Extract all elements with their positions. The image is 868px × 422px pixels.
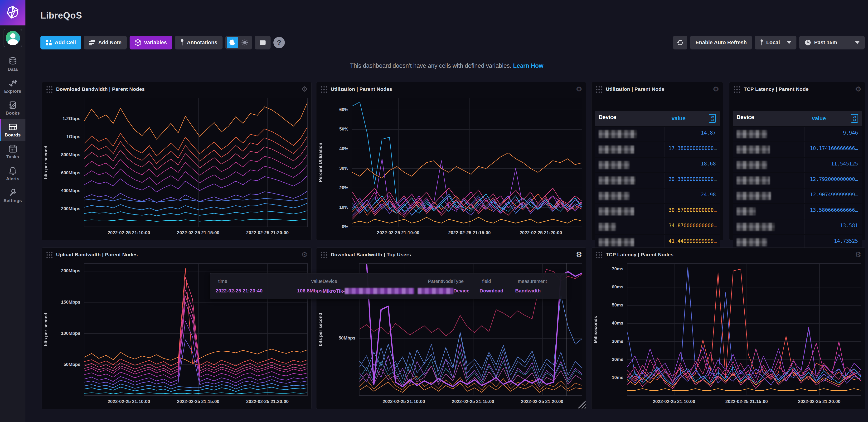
- y-tick-label: 10%: [339, 205, 348, 210]
- panel-drag-handle[interactable]: [595, 250, 602, 259]
- timezone-label: Local: [766, 39, 780, 46]
- panel-body: Device_value206314.8717.380000000000…18.…: [591, 96, 723, 240]
- panel-title: Utilization | Parent Node: [606, 86, 664, 92]
- refresh-button[interactable]: [673, 36, 687, 50]
- help-button[interactable]: ?: [273, 37, 285, 48]
- panel-drag-handle[interactable]: [733, 85, 740, 93]
- panel-download-bandwidth-parent-nodes: Download Bandwidth | Parent Nodes⚙bits p…: [41, 82, 312, 240]
- chart-plot-area[interactable]: [352, 98, 582, 227]
- redacted-device-name: [737, 146, 770, 154]
- sidebar-item-settings[interactable]: Settings: [0, 185, 25, 207]
- calendar-icon: [8, 145, 17, 153]
- chart-plot-area[interactable]: [627, 264, 861, 396]
- gear-icon[interactable]: ⚙: [855, 86, 861, 93]
- column-header-value[interactable]: _value2063: [805, 111, 862, 126]
- add-cell-button[interactable]: Add Cell: [40, 36, 81, 50]
- column-header-value-label: _value: [669, 115, 686, 122]
- variables-button[interactable]: Variables: [130, 36, 172, 50]
- table-row: 12.792000000000…: [733, 173, 862, 188]
- device-cell: [733, 173, 805, 188]
- sidebar-item-data[interactable]: Data: [0, 54, 25, 76]
- tooltip-value: MikroTik-: [322, 288, 414, 294]
- series-line: [627, 349, 861, 381]
- column-header-device[interactable]: Device: [595, 111, 665, 126]
- sort-icon[interactable]: 2063: [851, 114, 858, 123]
- sidebar-item-label: Explore: [0, 89, 25, 94]
- gear-icon[interactable]: ⚙: [301, 86, 308, 93]
- panel-drag-handle[interactable]: [320, 85, 328, 93]
- series-line: [627, 389, 861, 391]
- chart-plot-area[interactable]: [84, 98, 308, 227]
- x-axis-label: 2022-02-25 21:20:00: [521, 399, 563, 404]
- value-number: 20.330000000000…: [669, 176, 717, 182]
- gear-icon[interactable]: ⚙: [713, 86, 719, 93]
- sidebar-item-boards[interactable]: Boards: [0, 119, 25, 141]
- time-controls: Enable Auto Refresh Local Past 15m: [673, 36, 865, 50]
- value-number: 12.792000000000…: [809, 176, 858, 182]
- refresh-icon: [677, 39, 683, 46]
- gear-icon[interactable]: ⚙: [576, 251, 582, 258]
- y-axis-label: bits per second: [43, 264, 49, 396]
- device-cell: [733, 158, 805, 172]
- panel-tcp-latency-parent-nodes: TCP Latency | Parent Nodes⚙Milliseconds7…: [591, 247, 865, 409]
- add-note-button[interactable]: Add Note: [84, 36, 127, 50]
- panel-header: Utilization | Parent Node⚙: [591, 82, 723, 96]
- panel-drag-handle[interactable]: [595, 85, 602, 93]
- sort-icon-glyph-row: 20: [711, 115, 714, 118]
- column-header-value[interactable]: _value2063: [665, 111, 720, 126]
- enable-auto-refresh-button[interactable]: Enable Auto Refresh: [690, 36, 752, 50]
- redacted-tooltip-value: [345, 288, 414, 294]
- series-line: [84, 210, 308, 216]
- panel-title: TCP Latency | Parent Nodes: [606, 252, 674, 258]
- y-axis-label: Percent Utilization: [318, 98, 323, 227]
- gear-icon[interactable]: ⚙: [301, 251, 308, 258]
- redacted-device-name: [599, 207, 634, 215]
- value-cell: 30.570000000000…: [665, 204, 720, 219]
- value-number: 30.570000000000…: [669, 207, 717, 213]
- table-row: 9.946: [733, 127, 862, 142]
- y-tick-label: 30ms: [612, 339, 623, 344]
- user-avatar-button[interactable]: [4, 29, 22, 47]
- sidebar-item-tasks[interactable]: Tasks: [0, 141, 25, 163]
- gear-icon[interactable]: ⚙: [576, 86, 582, 93]
- sort-icon[interactable]: 2063: [709, 114, 716, 123]
- gear-icon[interactable]: ⚙: [855, 251, 861, 258]
- timezone-dropdown[interactable]: Local: [755, 36, 797, 50]
- device-cell: [733, 142, 805, 157]
- nav-menu: DataExploreBooksBoardsTasksAlertsSetting…: [0, 54, 25, 207]
- sidebar-item-books[interactable]: Books: [0, 97, 25, 119]
- redacted-device-name: [599, 192, 629, 200]
- tooltip-header: Device: [322, 279, 414, 284]
- dark-mode-toggle[interactable]: [227, 37, 238, 48]
- sidebar-item-alerts[interactable]: Alerts: [0, 163, 25, 185]
- tooltip-value: Device: [454, 288, 479, 294]
- panel-drag-handle[interactable]: [320, 250, 328, 259]
- column-header-device[interactable]: Device: [733, 111, 805, 126]
- learn-how-link[interactable]: Learn How: [513, 62, 544, 69]
- value-number: 17.380000000000…: [669, 146, 717, 151]
- influxdb-logo[interactable]: [0, 0, 25, 25]
- y-tick-label: 70ms: [612, 266, 623, 272]
- presentation-mode-button[interactable]: [255, 36, 271, 50]
- sidebar-item-explore[interactable]: Explore: [0, 76, 25, 97]
- enable-auto-refresh-label: Enable Auto Refresh: [695, 39, 747, 46]
- time-range-dropdown[interactable]: Past 15m: [799, 36, 865, 50]
- panel-drag-handle[interactable]: [45, 250, 53, 259]
- panel-drag-handle[interactable]: [45, 85, 53, 93]
- device-cell: [733, 188, 805, 203]
- series-line: [627, 269, 861, 381]
- device-cell: [595, 204, 665, 219]
- tooltip-value: 2022-02-25 21:20:40: [216, 288, 287, 294]
- tooltip-value-text: Bandwidth: [515, 288, 540, 294]
- tooltip-column-Device: DeviceMikroTik-: [322, 279, 414, 294]
- value-number: 18.68: [669, 161, 716, 167]
- light-mode-toggle[interactable]: [239, 37, 251, 48]
- panel-header: TCP Latency | Parent Node⚙: [730, 82, 865, 96]
- sidebar-item-label: Settings: [0, 198, 25, 203]
- tooltip-header: _time: [216, 279, 287, 284]
- annotations-button[interactable]: Annotations: [175, 36, 222, 50]
- series-line: [627, 267, 861, 381]
- device-cell: [733, 204, 805, 219]
- redacted-tooltip-value: [418, 288, 454, 294]
- redacted-device-name: [599, 130, 637, 138]
